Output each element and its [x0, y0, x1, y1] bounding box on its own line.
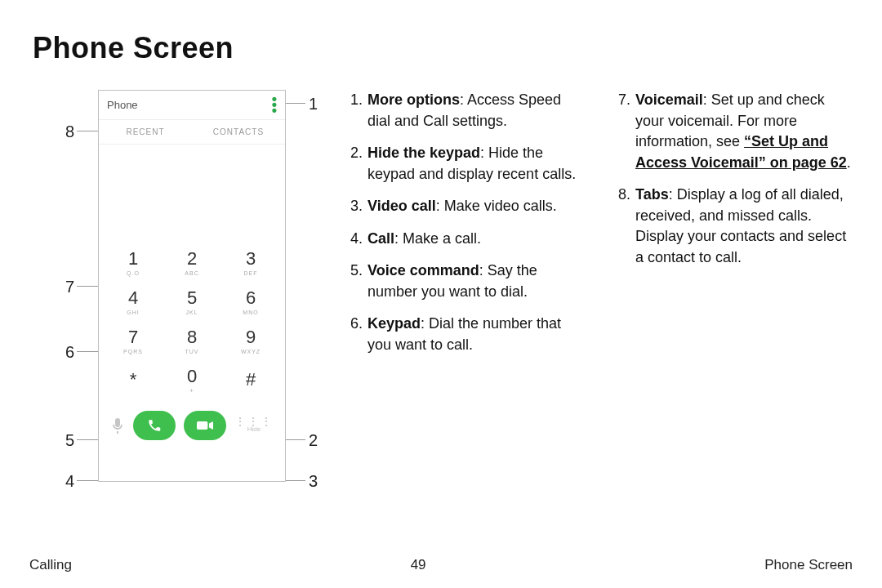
- legend-text: : Make a call.: [394, 230, 481, 247]
- key-9[interactable]: 9WXYZ: [221, 321, 280, 360]
- callout-8: 8: [65, 122, 74, 141]
- footer-center: 49: [411, 557, 426, 573]
- keypad-dots-icon: ⋮⋮⋮: [234, 418, 274, 426]
- key-5[interactable]: 5JKL: [163, 282, 221, 321]
- legend-term: Keypad: [368, 315, 421, 332]
- hide-label: Hide: [247, 425, 261, 433]
- legend-num: 6.: [345, 314, 363, 355]
- callout-4: 4: [65, 472, 74, 491]
- legend-num: 4.: [345, 229, 363, 250]
- keypad: 1Q.O 2ABC 3DEF 4GHI 5JKL 6MNO 7PQRS 8TUV…: [99, 243, 285, 399]
- legend-num: 8.: [612, 185, 630, 268]
- key-2[interactable]: 2ABC: [163, 243, 221, 282]
- callout-3: 3: [309, 472, 318, 491]
- legend-term: More options: [368, 91, 460, 108]
- key-0[interactable]: 0+: [163, 360, 221, 399]
- legend-num: 2.: [345, 143, 363, 185]
- app-title: Phone: [107, 99, 138, 111]
- tabs: RECENT CONTACTS: [99, 120, 285, 145]
- key-3[interactable]: 3DEF: [221, 243, 280, 282]
- voice-command-button[interactable]: [110, 417, 125, 434]
- key-8[interactable]: 8TUV: [163, 321, 221, 360]
- key-1[interactable]: 1Q.O: [104, 243, 163, 282]
- tab-contacts[interactable]: CONTACTS: [192, 120, 285, 145]
- phone-mock: Phone ••• RECENT CONTACTS 1Q.O 2ABC 3DEF…: [98, 90, 286, 482]
- footer-right: Phone Screen: [764, 557, 853, 573]
- footer-left: Calling: [29, 557, 72, 573]
- legend-term: Voice command: [368, 262, 479, 278]
- key-4[interactable]: 4GHI: [104, 282, 163, 321]
- key-star[interactable]: *: [104, 360, 163, 399]
- callout-2: 2: [309, 431, 318, 450]
- hide-keypad-button[interactable]: ⋮⋮⋮ Hide: [234, 418, 274, 434]
- legend-term: Call: [368, 230, 394, 247]
- legend-term: Tabs: [635, 186, 669, 203]
- callout-5: 5: [65, 431, 74, 450]
- key-7[interactable]: 7PQRS: [104, 321, 163, 360]
- key-6[interactable]: 6MNO: [221, 282, 280, 321]
- legend-text: : Make video calls.: [436, 198, 557, 214]
- legend-col-1: 1.More options: Access Speed dial and Ca…: [345, 90, 585, 367]
- legend-col-2: 7.Voicemail: Set up and check your voice…: [612, 90, 853, 367]
- page-title: Phone Screen: [33, 31, 853, 65]
- key-hash[interactable]: #: [221, 360, 280, 399]
- callout-6: 6: [65, 343, 74, 362]
- diagram: 8 7 6 5 4 1 2 3 Phone: [29, 90, 323, 367]
- legend-term: Hide the keypad: [368, 145, 480, 161]
- legend-num: 3.: [345, 196, 363, 217]
- callout-1: 1: [309, 95, 318, 114]
- video-call-button[interactable]: [184, 411, 226, 440]
- tab-recent[interactable]: RECENT: [99, 120, 192, 145]
- legend-term: Voicemail: [635, 91, 703, 108]
- legend-num: 1.: [345, 90, 363, 131]
- legend-text: .: [847, 154, 851, 171]
- legend-num: 5.: [345, 261, 363, 302]
- call-button[interactable]: [133, 411, 176, 440]
- legend-term: Video call: [368, 198, 436, 214]
- callout-7: 7: [65, 278, 74, 296]
- footer: Calling 49 Phone Screen: [29, 557, 853, 573]
- legend-num: 7.: [612, 90, 630, 173]
- more-options-icon[interactable]: •••: [272, 96, 277, 114]
